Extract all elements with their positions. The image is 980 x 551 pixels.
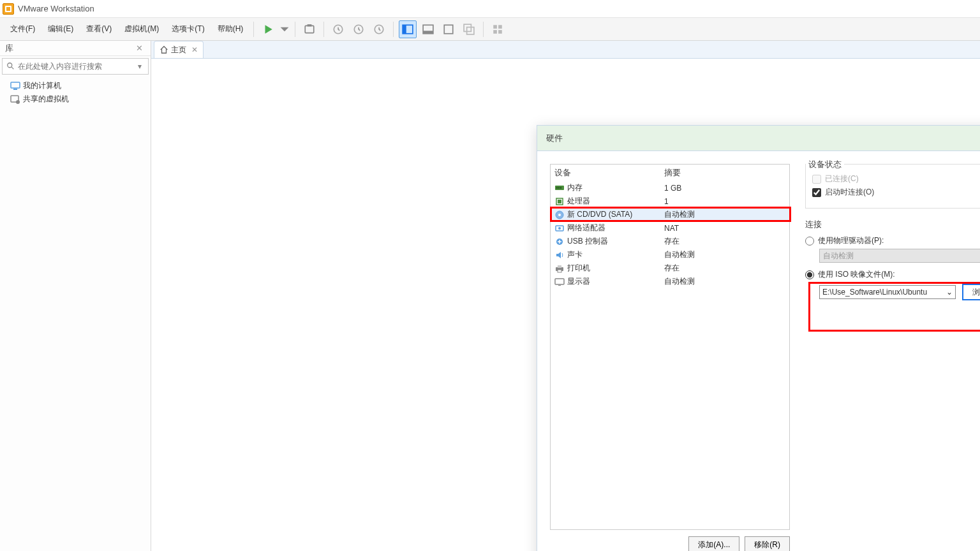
sound-icon — [554, 251, 565, 260]
svg-rect-34 — [558, 270, 561, 272]
hardware-dialog: 硬件 设备 摘要 内存 1 GB — [537, 125, 980, 551]
clock1-icon[interactable] — [329, 20, 347, 38]
menu-file[interactable]: 文件(F) — [4, 20, 41, 38]
svg-rect-24 — [560, 187, 561, 189]
dialog-titlebar: 硬件 — [537, 126, 980, 151]
device-row-cddvd[interactable]: 新 CD/DVD (SATA) 自动检测 — [551, 208, 789, 221]
menubar: 文件(F) 编辑(E) 查看(V) 虚拟机(M) 选项卡(T) 帮助(H) — [0, 18, 980, 41]
library-tree: 我的计算机 共享的虚拟机 — [0, 77, 151, 108]
menu-tabs[interactable]: 选项卡(T) — [165, 20, 211, 38]
physical-drive-radio[interactable] — [805, 237, 814, 246]
shared-icon — [10, 94, 20, 105]
connect-on-start-row[interactable]: 启动时连接(O) — [812, 187, 980, 198]
search-dropdown[interactable]: ▾ — [135, 62, 144, 71]
physical-drive-row[interactable]: 使用物理驱动器(P): — [805, 235, 980, 246]
tree-label-shared: 共享的虚拟机 — [23, 94, 69, 105]
chevron-down-icon[interactable]: ⌄ — [946, 288, 953, 297]
browse-button[interactable]: 浏览(B)... — [962, 284, 980, 300]
connect-on-start-label: 启动时连接(O) — [825, 187, 874, 198]
svg-point-28 — [558, 214, 561, 216]
tree-label-my-computer: 我的计算机 — [23, 80, 61, 91]
usb-icon — [554, 237, 565, 246]
separator — [295, 22, 295, 37]
physical-drive-label: 使用物理驱动器(P): — [818, 235, 884, 246]
svg-rect-26 — [558, 200, 561, 203]
separator — [483, 22, 484, 37]
device-row-display[interactable]: 显示器 自动检测 — [551, 275, 789, 288]
iso-path-input[interactable]: E:\Use_Software\Linux\Ubuntu ⌄ — [819, 285, 956, 299]
svg-rect-14 — [494, 30, 498, 34]
device-row-usb[interactable]: USB 控制器 存在 — [551, 235, 789, 248]
device-row-sound[interactable]: 声卡 自动检测 — [551, 248, 789, 261]
content-area: 主页 ✕ 硬件 设备 摘要 — [151, 41, 980, 551]
svg-rect-22 — [556, 187, 558, 189]
col-device: 设备 — [554, 167, 664, 179]
svg-rect-15 — [498, 30, 502, 34]
clock3-icon[interactable] — [370, 20, 388, 38]
svg-rect-23 — [558, 187, 560, 189]
separator — [323, 22, 324, 37]
iso-radio[interactable] — [805, 270, 814, 279]
connection-fieldset: 连接 使用物理驱动器(P): 自动检测 ▾ — [805, 219, 980, 300]
cd-icon — [554, 210, 565, 219]
menu-vm[interactable]: 虚拟机(M) — [118, 20, 165, 38]
device-row-memory[interactable]: 内存 1 GB — [551, 181, 789, 195]
search-input[interactable] — [18, 62, 135, 71]
tree-my-computer[interactable]: 我的计算机 — [1, 79, 149, 92]
connection-legend: 连接 — [805, 219, 980, 230]
fullscreen-button[interactable] — [440, 20, 457, 38]
physical-drive-combo: 自动检测 ▾ — [819, 249, 980, 263]
snapshot-button[interactable] — [301, 20, 318, 38]
device-settings: 设备状态 已连接(C) 启动时连接(O) 连接 — [805, 164, 980, 551]
view-mode2-button[interactable] — [419, 20, 437, 38]
tab-home[interactable]: 主页 ✕ — [154, 41, 204, 58]
thumbnail-button[interactable] — [489, 20, 507, 38]
unity-button[interactable] — [460, 20, 478, 38]
tab-label: 主页 — [171, 45, 186, 55]
play-dropdown[interactable] — [279, 20, 290, 38]
search-icon — [6, 62, 15, 71]
svg-rect-18 — [13, 89, 17, 90]
svg-rect-36 — [558, 285, 561, 286]
svg-rect-13 — [498, 25, 502, 29]
add-device-button[interactable]: 添加(A)... — [688, 536, 739, 551]
search-box[interactable]: ▾ — [2, 58, 149, 75]
device-row-cpu[interactable]: 处理器 1 — [551, 195, 789, 208]
device-list: 设备 摘要 内存 1 GB 处理器 1 新 CD/DVD (SATA) — [550, 164, 790, 530]
sidebar-header: 库 ✕ — [0, 41, 151, 56]
tab-close-button[interactable]: ✕ — [191, 45, 198, 54]
remove-device-button[interactable]: 移除(R) — [745, 536, 790, 551]
svg-rect-12 — [494, 25, 498, 29]
menu-view[interactable]: 查看(V) — [80, 20, 118, 38]
sidebar: 库 ✕ ▾ 我的计算机 共享的虚拟机 — [0, 41, 151, 551]
clock2-icon[interactable] — [350, 20, 368, 38]
col-summary: 摘要 — [664, 167, 785, 179]
svg-point-30 — [558, 227, 561, 230]
svg-rect-35 — [555, 279, 564, 284]
iso-row[interactable]: 使用 ISO 映像文件(M): — [805, 269, 980, 280]
svg-rect-6 — [403, 25, 406, 34]
memory-icon — [554, 184, 565, 193]
computer-icon — [10, 81, 20, 91]
connect-on-start-checkbox[interactable] — [812, 188, 821, 197]
play-button[interactable] — [259, 20, 277, 38]
cpu-icon — [554, 197, 565, 206]
svg-rect-17 — [11, 82, 20, 88]
sidebar-title: 库 — [5, 43, 13, 54]
svg-rect-8 — [423, 31, 433, 34]
home-icon — [160, 45, 168, 54]
menu-help[interactable]: 帮助(H) — [211, 20, 250, 38]
menu-edit[interactable]: 编辑(E) — [41, 20, 80, 38]
connected-row: 已连接(C) — [812, 173, 980, 184]
view-mode1-button[interactable] — [399, 20, 417, 38]
tree-shared-vm[interactable]: 共享的虚拟机 — [1, 92, 149, 106]
sidebar-close-button[interactable]: ✕ — [133, 43, 145, 53]
device-row-printer[interactable]: 打印机 存在 — [551, 261, 789, 275]
connected-checkbox — [812, 175, 821, 184]
titlebar: VMware Workstation — [0, 0, 980, 18]
svg-rect-1 — [308, 24, 312, 26]
state-legend: 设备状态 — [806, 159, 844, 170]
device-row-network[interactable]: 网络适配器 NAT — [551, 221, 789, 235]
connected-label: 已连接(C) — [825, 173, 859, 184]
separator — [393, 22, 394, 37]
